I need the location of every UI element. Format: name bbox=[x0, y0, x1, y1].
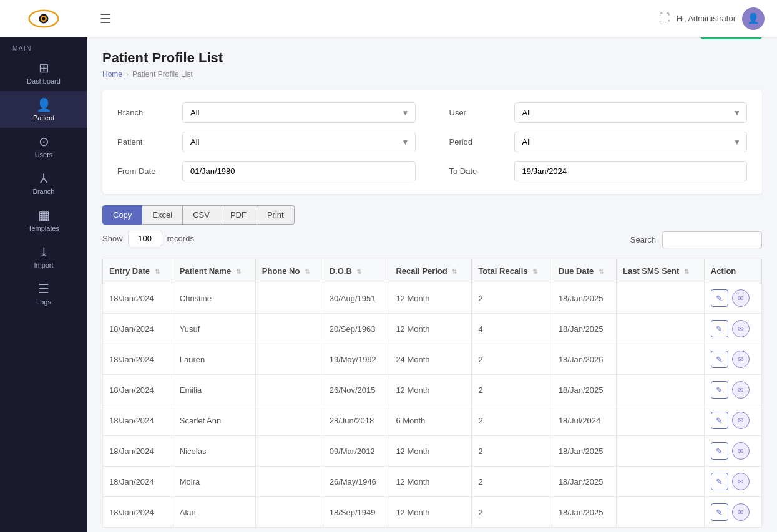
from-date-input[interactable] bbox=[182, 161, 416, 181]
breadcrumb-current: Patient Profile List bbox=[132, 70, 193, 79]
logs-icon: ☰ bbox=[38, 281, 49, 296]
edit-button[interactable]: ✎ bbox=[711, 381, 728, 399]
col-phone-no[interactable]: Phone No ⇅ bbox=[255, 259, 323, 283]
fullscreen-icon[interactable]: ⛶ bbox=[659, 12, 670, 25]
user-label: User bbox=[449, 108, 499, 117]
cell-dob: 26/Nov/2015 bbox=[323, 375, 389, 405]
sidebar-item-branch[interactable]: ⅄ Branch bbox=[0, 165, 87, 201]
cell-patient-name: Nicolas bbox=[173, 436, 255, 467]
period-label: Period bbox=[449, 137, 499, 147]
period-select[interactable]: All bbox=[514, 132, 748, 152]
user-select[interactable]: All bbox=[514, 102, 748, 123]
cell-phone-no bbox=[255, 283, 323, 314]
cell-recall-period: 12 Month bbox=[389, 436, 472, 467]
branch-select[interactable]: All bbox=[182, 102, 416, 123]
show-records: Show records bbox=[102, 231, 194, 246]
col-recall-period[interactable]: Recall Period ⇅ bbox=[389, 259, 472, 283]
edit-button[interactable]: ✎ bbox=[711, 473, 728, 490]
sms-button[interactable]: ✉ bbox=[732, 289, 750, 307]
sms-button[interactable]: ✉ bbox=[732, 381, 750, 399]
sidebar-item-patient[interactable]: 👤 Patient bbox=[0, 91, 87, 128]
edit-button[interactable]: ✎ bbox=[711, 503, 728, 521]
main-area: ☰ ⛶ Hi, Administrator 👤 Patient Profile … bbox=[87, 0, 777, 532]
sort-icon-total-recalls: ⇅ bbox=[532, 268, 537, 275]
csv-button[interactable]: CSV bbox=[183, 205, 220, 225]
col-patient-name[interactable]: Patient Name ⇅ bbox=[173, 259, 255, 283]
filter-row-1: Branch All ▼ User All ▼ bbox=[117, 102, 747, 123]
topbar-left: ☰ bbox=[100, 11, 111, 26]
action-icons: ✎ ✉ bbox=[711, 473, 755, 490]
sort-icon-phone-no: ⇅ bbox=[305, 268, 310, 275]
edit-button[interactable]: ✎ bbox=[711, 289, 728, 307]
pdf-button[interactable]: PDF bbox=[220, 205, 257, 225]
col-dob[interactable]: D.O.B ⇅ bbox=[323, 259, 389, 283]
col-action: Action bbox=[704, 259, 761, 283]
sidebar-item-label: Import bbox=[34, 261, 53, 269]
sort-icon-entry-date: ⇅ bbox=[155, 268, 160, 275]
table-row: 18/Jan/2024 Moira 26/May/1946 12 Month 2… bbox=[103, 467, 762, 497]
cell-total-recalls: 2 bbox=[472, 375, 552, 405]
cell-last-sms bbox=[617, 344, 705, 375]
cell-patient-name: Lauren bbox=[173, 344, 255, 375]
excel-button[interactable]: Excel bbox=[142, 205, 183, 225]
cell-entry-date: 18/Jan/2024 bbox=[103, 467, 173, 497]
sms-button[interactable]: ✉ bbox=[732, 412, 750, 429]
cell-action: ✎ ✉ bbox=[704, 314, 761, 344]
table-row: 18/Jan/2024 Christine 30/Aug/1951 12 Mon… bbox=[103, 283, 762, 314]
edit-button[interactable]: ✎ bbox=[711, 412, 728, 429]
cell-patient-name: Moira bbox=[173, 467, 255, 497]
cell-dob: 30/Aug/1951 bbox=[323, 283, 389, 314]
cell-last-sms bbox=[617, 375, 705, 405]
show-label: Show bbox=[102, 234, 123, 243]
add-new-button[interactable]: + Add New bbox=[700, 37, 762, 39]
cell-entry-date: 18/Jan/2024 bbox=[103, 436, 173, 467]
breadcrumb-home[interactable]: Home bbox=[102, 70, 122, 79]
cell-dob: 09/Mar/2012 bbox=[323, 436, 389, 467]
avatar[interactable]: 👤 bbox=[742, 7, 765, 30]
sort-icon-last-sms: ⇅ bbox=[684, 268, 689, 275]
to-date-label: To Date bbox=[449, 167, 499, 176]
cell-total-recalls: 2 bbox=[472, 405, 552, 436]
col-due-date[interactable]: Due Date ⇅ bbox=[552, 259, 616, 283]
show-input[interactable] bbox=[128, 231, 162, 246]
sidebar-item-logs[interactable]: ☰ Logs bbox=[0, 275, 87, 312]
sidebar-item-users[interactable]: ⊙ Users bbox=[0, 128, 87, 165]
sidebar-item-dashboard[interactable]: ⊞ Dashboard bbox=[0, 54, 87, 91]
sms-button[interactable]: ✉ bbox=[732, 320, 750, 337]
print-button[interactable]: Print bbox=[257, 205, 295, 225]
table-row: 18/Jan/2024 Yusuf 20/Sep/1963 12 Month 4… bbox=[103, 314, 762, 344]
cell-last-sms bbox=[617, 467, 705, 497]
to-date-input[interactable] bbox=[514, 161, 748, 181]
sms-button[interactable]: ✉ bbox=[732, 503, 750, 521]
cell-recall-period: 24 Month bbox=[389, 344, 472, 375]
edit-button[interactable]: ✎ bbox=[711, 442, 728, 460]
sidebar-item-templates[interactable]: ▦ Templates bbox=[0, 201, 87, 238]
users-icon: ⊙ bbox=[39, 134, 49, 149]
col-total-recalls[interactable]: Total Recalls ⇅ bbox=[472, 259, 552, 283]
col-last-sms[interactable]: Last SMS Sent ⇅ bbox=[617, 259, 705, 283]
logo-icon bbox=[28, 6, 59, 31]
table-controls: Search bbox=[630, 231, 762, 248]
sidebar-item-import[interactable]: ⤓ Import bbox=[0, 238, 87, 275]
table-row: 18/Jan/2024 Lauren 19/May/1992 24 Month … bbox=[103, 344, 762, 375]
period-select-wrap: All ▼ bbox=[514, 132, 748, 152]
hamburger-button[interactable]: ☰ bbox=[100, 11, 111, 26]
patient-select[interactable]: All bbox=[182, 132, 416, 152]
cell-action: ✎ ✉ bbox=[704, 436, 761, 467]
sms-button[interactable]: ✉ bbox=[732, 442, 750, 460]
edit-button[interactable]: ✎ bbox=[711, 351, 728, 368]
edit-button[interactable]: ✎ bbox=[711, 320, 728, 337]
cell-due-date: 18/Jan/2025 bbox=[552, 283, 616, 314]
cell-entry-date: 18/Jan/2024 bbox=[103, 344, 173, 375]
sms-button[interactable]: ✉ bbox=[732, 351, 750, 368]
import-icon: ⤓ bbox=[39, 244, 49, 259]
cell-patient-name: Alan bbox=[173, 497, 255, 528]
col-entry-date[interactable]: Entry Date ⇅ bbox=[103, 259, 173, 283]
cell-dob: 18/Sep/1949 bbox=[323, 497, 389, 528]
action-icons: ✎ ✉ bbox=[711, 442, 755, 460]
search-input[interactable] bbox=[662, 231, 762, 248]
cell-entry-date: 18/Jan/2024 bbox=[103, 314, 173, 344]
sms-button[interactable]: ✉ bbox=[732, 473, 750, 490]
cell-entry-date: 18/Jan/2024 bbox=[103, 405, 173, 436]
copy-button[interactable]: Copy bbox=[102, 205, 142, 225]
